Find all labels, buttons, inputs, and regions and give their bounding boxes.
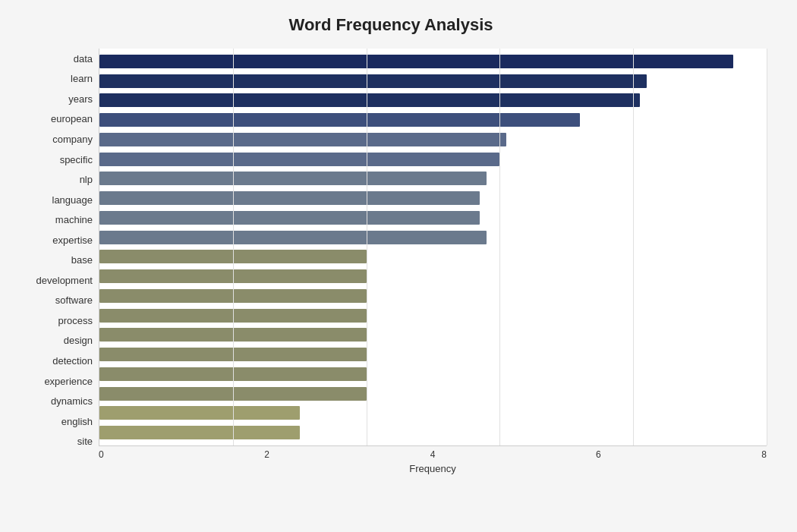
- bar-row: [99, 229, 767, 246]
- bar: [99, 191, 480, 205]
- grid-line: [367, 49, 367, 445]
- y-axis: datalearnyearseuropeancompanyspecificnlp…: [15, 49, 99, 474]
- bar-row: [99, 131, 767, 148]
- y-label: machine: [55, 215, 93, 225]
- bar-row: [99, 424, 767, 441]
- bar: [99, 211, 480, 225]
- bar-row: [99, 190, 767, 206]
- y-label: development: [36, 275, 93, 285]
- y-label: software: [55, 295, 93, 305]
- y-label: english: [61, 417, 93, 427]
- bar: [99, 93, 640, 107]
- bar: [99, 133, 506, 146]
- y-label: nlp: [80, 175, 93, 184]
- y-label: base: [71, 255, 93, 265]
- bar-row: [99, 386, 767, 402]
- bar-row: [99, 248, 767, 265]
- x-axis: 02468: [99, 446, 767, 460]
- bar-row: [99, 209, 767, 226]
- bar-row: [99, 346, 767, 363]
- y-label: process: [58, 316, 93, 326]
- grid-line: [633, 49, 634, 445]
- bar: [99, 406, 300, 420]
- grid-line: [233, 49, 234, 445]
- x-tick: 8: [761, 449, 767, 460]
- y-label: european: [51, 114, 93, 124]
- grid-line: [499, 49, 500, 445]
- y-label: site: [77, 436, 93, 446]
- y-label: dynamics: [51, 396, 93, 406]
- bar-row: [99, 112, 767, 128]
- x-tick: 6: [596, 449, 601, 460]
- bar-row: [99, 326, 767, 343]
- y-label: design: [64, 335, 93, 345]
- chart-title: Word Frequency Analysis: [15, 15, 767, 35]
- y-label: detection: [52, 356, 93, 366]
- y-label: expertise: [52, 235, 93, 245]
- x-axis-label: Frequency: [99, 463, 767, 474]
- y-label: language: [52, 195, 93, 205]
- bar-row: [99, 288, 767, 304]
- plot-area: 02468 Frequency: [99, 49, 767, 474]
- bars-container: [99, 49, 767, 446]
- bar-row: [99, 366, 767, 382]
- bar: [99, 113, 580, 127]
- x-tick: 4: [430, 449, 436, 460]
- chart-area: datalearnyearseuropeancompanyspecificnlp…: [15, 49, 767, 474]
- bar-row: [99, 405, 767, 421]
- y-label: years: [68, 94, 93, 104]
- y-label: learn: [71, 74, 93, 83]
- bar-row: [99, 73, 767, 90]
- x-tick: 0: [99, 449, 104, 460]
- bar-row: [99, 92, 767, 109]
- bar: [99, 55, 733, 68]
- chart-container: Word Frequency Analysis datalearnyearseu…: [0, 0, 797, 532]
- y-label: data: [74, 54, 93, 64]
- y-label: experience: [44, 376, 93, 386]
- y-label: company: [52, 134, 93, 144]
- bar-row: [99, 151, 767, 168]
- x-tick: 2: [264, 449, 269, 460]
- y-label: specific: [60, 155, 93, 165]
- bar-row: [99, 307, 767, 324]
- bar: [99, 153, 499, 166]
- bar-row: [99, 268, 767, 285]
- bar: [99, 172, 487, 185]
- bar-row: [99, 53, 767, 70]
- grid-line: [767, 49, 767, 445]
- bar-row: [99, 170, 767, 187]
- bar: [99, 426, 300, 439]
- bar: [99, 231, 487, 244]
- bar: [99, 74, 647, 88]
